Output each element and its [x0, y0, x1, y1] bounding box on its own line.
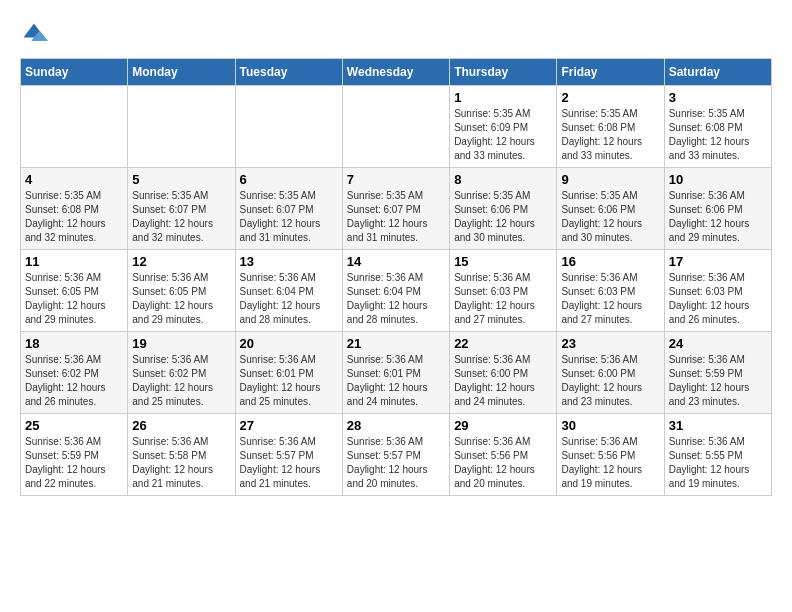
calendar-cell: 26Sunrise: 5:36 AM Sunset: 5:58 PM Dayli… — [128, 414, 235, 496]
calendar-cell: 13Sunrise: 5:36 AM Sunset: 6:04 PM Dayli… — [235, 250, 342, 332]
day-info: Sunrise: 5:36 AM Sunset: 6:04 PM Dayligh… — [240, 271, 338, 327]
day-info: Sunrise: 5:35 AM Sunset: 6:07 PM Dayligh… — [347, 189, 445, 245]
calendar-cell: 10Sunrise: 5:36 AM Sunset: 6:06 PM Dayli… — [664, 168, 771, 250]
calendar-week-5: 25Sunrise: 5:36 AM Sunset: 5:59 PM Dayli… — [21, 414, 772, 496]
calendar-cell: 5Sunrise: 5:35 AM Sunset: 6:07 PM Daylig… — [128, 168, 235, 250]
calendar-cell — [128, 86, 235, 168]
day-number: 25 — [25, 418, 123, 433]
column-header-sunday: Sunday — [21, 59, 128, 86]
calendar-header-row: SundayMondayTuesdayWednesdayThursdayFrid… — [21, 59, 772, 86]
day-number: 31 — [669, 418, 767, 433]
calendar-cell: 17Sunrise: 5:36 AM Sunset: 6:03 PM Dayli… — [664, 250, 771, 332]
day-info: Sunrise: 5:35 AM Sunset: 6:07 PM Dayligh… — [240, 189, 338, 245]
calendar-cell: 28Sunrise: 5:36 AM Sunset: 5:57 PM Dayli… — [342, 414, 449, 496]
day-info: Sunrise: 5:36 AM Sunset: 6:06 PM Dayligh… — [669, 189, 767, 245]
day-info: Sunrise: 5:36 AM Sunset: 6:01 PM Dayligh… — [240, 353, 338, 409]
day-number: 13 — [240, 254, 338, 269]
day-number: 20 — [240, 336, 338, 351]
day-info: Sunrise: 5:36 AM Sunset: 6:03 PM Dayligh… — [454, 271, 552, 327]
calendar-cell: 15Sunrise: 5:36 AM Sunset: 6:03 PM Dayli… — [450, 250, 557, 332]
calendar-cell — [235, 86, 342, 168]
column-header-thursday: Thursday — [450, 59, 557, 86]
column-header-tuesday: Tuesday — [235, 59, 342, 86]
day-number: 11 — [25, 254, 123, 269]
calendar-cell: 22Sunrise: 5:36 AM Sunset: 6:00 PM Dayli… — [450, 332, 557, 414]
calendar-week-2: 4Sunrise: 5:35 AM Sunset: 6:08 PM Daylig… — [21, 168, 772, 250]
calendar-cell: 16Sunrise: 5:36 AM Sunset: 6:03 PM Dayli… — [557, 250, 664, 332]
day-info: Sunrise: 5:36 AM Sunset: 5:57 PM Dayligh… — [240, 435, 338, 491]
calendar-cell: 14Sunrise: 5:36 AM Sunset: 6:04 PM Dayli… — [342, 250, 449, 332]
calendar-cell: 18Sunrise: 5:36 AM Sunset: 6:02 PM Dayli… — [21, 332, 128, 414]
day-number: 19 — [132, 336, 230, 351]
column-header-monday: Monday — [128, 59, 235, 86]
day-number: 29 — [454, 418, 552, 433]
calendar-cell: 23Sunrise: 5:36 AM Sunset: 6:00 PM Dayli… — [557, 332, 664, 414]
day-number: 3 — [669, 90, 767, 105]
column-header-saturday: Saturday — [664, 59, 771, 86]
day-info: Sunrise: 5:36 AM Sunset: 6:03 PM Dayligh… — [669, 271, 767, 327]
day-info: Sunrise: 5:36 AM Sunset: 5:59 PM Dayligh… — [669, 353, 767, 409]
day-info: Sunrise: 5:36 AM Sunset: 6:01 PM Dayligh… — [347, 353, 445, 409]
calendar-cell: 19Sunrise: 5:36 AM Sunset: 6:02 PM Dayli… — [128, 332, 235, 414]
day-number: 22 — [454, 336, 552, 351]
day-info: Sunrise: 5:36 AM Sunset: 6:03 PM Dayligh… — [561, 271, 659, 327]
day-number: 15 — [454, 254, 552, 269]
calendar-cell: 30Sunrise: 5:36 AM Sunset: 5:56 PM Dayli… — [557, 414, 664, 496]
day-info: Sunrise: 5:36 AM Sunset: 6:02 PM Dayligh… — [25, 353, 123, 409]
day-number: 8 — [454, 172, 552, 187]
day-info: Sunrise: 5:35 AM Sunset: 6:06 PM Dayligh… — [561, 189, 659, 245]
calendar-cell: 11Sunrise: 5:36 AM Sunset: 6:05 PM Dayli… — [21, 250, 128, 332]
day-number: 18 — [25, 336, 123, 351]
day-number: 10 — [669, 172, 767, 187]
calendar-cell — [21, 86, 128, 168]
day-info: Sunrise: 5:36 AM Sunset: 5:57 PM Dayligh… — [347, 435, 445, 491]
calendar-cell — [342, 86, 449, 168]
calendar-cell: 7Sunrise: 5:35 AM Sunset: 6:07 PM Daylig… — [342, 168, 449, 250]
day-number: 6 — [240, 172, 338, 187]
calendar-cell: 29Sunrise: 5:36 AM Sunset: 5:56 PM Dayli… — [450, 414, 557, 496]
page-header — [20, 20, 772, 48]
day-info: Sunrise: 5:35 AM Sunset: 6:08 PM Dayligh… — [669, 107, 767, 163]
day-number: 14 — [347, 254, 445, 269]
day-info: Sunrise: 5:36 AM Sunset: 5:56 PM Dayligh… — [454, 435, 552, 491]
calendar-cell: 27Sunrise: 5:36 AM Sunset: 5:57 PM Dayli… — [235, 414, 342, 496]
day-number: 24 — [669, 336, 767, 351]
day-info: Sunrise: 5:36 AM Sunset: 6:00 PM Dayligh… — [561, 353, 659, 409]
column-header-friday: Friday — [557, 59, 664, 86]
day-number: 1 — [454, 90, 552, 105]
day-info: Sunrise: 5:36 AM Sunset: 5:59 PM Dayligh… — [25, 435, 123, 491]
calendar-cell: 31Sunrise: 5:36 AM Sunset: 5:55 PM Dayli… — [664, 414, 771, 496]
day-info: Sunrise: 5:36 AM Sunset: 6:02 PM Dayligh… — [132, 353, 230, 409]
day-number: 27 — [240, 418, 338, 433]
day-number: 28 — [347, 418, 445, 433]
calendar-cell: 20Sunrise: 5:36 AM Sunset: 6:01 PM Dayli… — [235, 332, 342, 414]
day-number: 26 — [132, 418, 230, 433]
day-info: Sunrise: 5:36 AM Sunset: 5:56 PM Dayligh… — [561, 435, 659, 491]
day-info: Sunrise: 5:36 AM Sunset: 6:05 PM Dayligh… — [132, 271, 230, 327]
day-info: Sunrise: 5:36 AM Sunset: 6:05 PM Dayligh… — [25, 271, 123, 327]
day-number: 12 — [132, 254, 230, 269]
day-info: Sunrise: 5:36 AM Sunset: 5:58 PM Dayligh… — [132, 435, 230, 491]
day-number: 21 — [347, 336, 445, 351]
day-number: 5 — [132, 172, 230, 187]
calendar-week-1: 1Sunrise: 5:35 AM Sunset: 6:09 PM Daylig… — [21, 86, 772, 168]
day-number: 7 — [347, 172, 445, 187]
day-number: 2 — [561, 90, 659, 105]
day-number: 17 — [669, 254, 767, 269]
day-number: 16 — [561, 254, 659, 269]
calendar-cell: 6Sunrise: 5:35 AM Sunset: 6:07 PM Daylig… — [235, 168, 342, 250]
logo — [20, 20, 52, 48]
day-number: 4 — [25, 172, 123, 187]
logo-icon — [20, 20, 48, 48]
calendar-cell: 4Sunrise: 5:35 AM Sunset: 6:08 PM Daylig… — [21, 168, 128, 250]
day-info: Sunrise: 5:35 AM Sunset: 6:08 PM Dayligh… — [25, 189, 123, 245]
day-info: Sunrise: 5:36 AM Sunset: 5:55 PM Dayligh… — [669, 435, 767, 491]
day-info: Sunrise: 5:35 AM Sunset: 6:08 PM Dayligh… — [561, 107, 659, 163]
calendar-cell: 3Sunrise: 5:35 AM Sunset: 6:08 PM Daylig… — [664, 86, 771, 168]
calendar-cell: 25Sunrise: 5:36 AM Sunset: 5:59 PM Dayli… — [21, 414, 128, 496]
calendar-cell: 21Sunrise: 5:36 AM Sunset: 6:01 PM Dayli… — [342, 332, 449, 414]
day-info: Sunrise: 5:35 AM Sunset: 6:06 PM Dayligh… — [454, 189, 552, 245]
calendar-cell: 8Sunrise: 5:35 AM Sunset: 6:06 PM Daylig… — [450, 168, 557, 250]
day-info: Sunrise: 5:35 AM Sunset: 6:09 PM Dayligh… — [454, 107, 552, 163]
day-info: Sunrise: 5:36 AM Sunset: 6:04 PM Dayligh… — [347, 271, 445, 327]
